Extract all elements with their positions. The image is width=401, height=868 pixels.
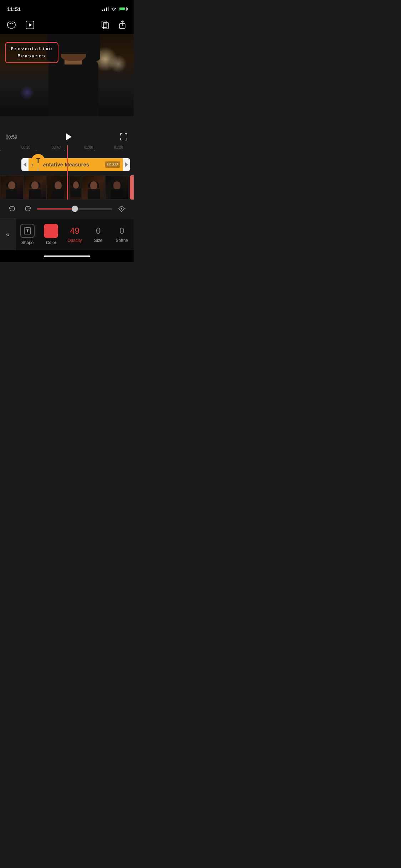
signal-icon [102,7,109,11]
film-frame-6 [105,175,128,200]
edit-controls [0,200,134,218]
bottom-panel: « T Shape Color 49 Opacity 0 [0,218,134,250]
timeline-playhead-clip [67,154,68,175]
home-bar [44,255,90,257]
svg-rect-3 [103,22,108,29]
text-pin[interactable]: T [31,154,45,171]
battery-icon [119,7,127,11]
softness-value: 0 [119,226,124,236]
film-frame-2 [23,175,46,200]
opacity-value: 49 [70,226,79,236]
svg-rect-2 [102,21,107,27]
text-marker-area: T Preventative Measures 01:02 [0,154,134,175]
size-value: 0 [96,226,101,236]
softness-property[interactable]: 0 Softne [110,218,134,250]
library-button[interactable] [99,19,111,31]
collapse-panel-button[interactable]: « [0,218,16,250]
svg-marker-1 [29,23,32,27]
redo-button[interactable] [21,202,34,215]
clip-trim-left[interactable] [21,158,29,171]
film-frame-3 [46,175,70,200]
opacity-label: Opacity [67,238,82,243]
clip-trim-right[interactable] [123,158,130,171]
shape-property[interactable]: T Shape [16,218,39,250]
text-overlay[interactable]: Preventative Measures [5,42,58,63]
home-indicator [0,250,134,262]
opacity-property[interactable]: 49 Opacity [63,218,86,250]
ruler-mark-80: 01:20 [114,145,123,149]
svg-marker-8 [125,162,128,167]
add-clip-button[interactable]: + [130,175,134,200]
share-button[interactable] [117,19,128,31]
pin-circle-icon: T [31,154,45,167]
status-time: 11:51 [7,6,21,12]
color-property[interactable]: Color [39,218,63,250]
shape-label: Shape [21,240,34,245]
ruler-mark-40: 00:40 [52,145,61,149]
film-frame-1 [0,175,23,200]
color-swatch [44,224,58,238]
current-time-display: 00:59 [6,134,17,140]
playhead [67,145,68,154]
scrubber[interactable] [37,208,112,210]
collapse-icon: « [6,231,9,238]
timeline-ruler: 00:20 00:40 01:00 01:20 • • • • [0,145,134,154]
film-frame-4 [70,175,82,200]
undo-button[interactable] [6,202,19,215]
play-button[interactable] [62,130,75,143]
ruler-mark-60: 01:00 [84,145,93,149]
filmstrip: + [0,175,134,200]
play-icon [66,133,72,140]
clip-end-time: 01:02 [105,161,120,168]
status-icons [102,7,127,11]
mask-tool-button[interactable] [6,19,17,31]
top-toolbar [0,16,134,34]
svg-text:T: T [26,228,29,233]
play-box-button[interactable] [24,19,36,31]
scrubber-thumb[interactable] [72,206,78,212]
keyframe-button[interactable] [115,202,128,215]
property-items: T Shape Color 49 Opacity 0 Size 0 Softne [16,218,134,250]
film-frame-5 [82,175,105,200]
status-bar: 11:51 [0,0,134,16]
pin-tail [38,167,38,171]
shape-icon-box: T [20,224,35,238]
video-preview: Preventative Measures [0,34,134,116]
size-property[interactable]: 0 Size [87,218,110,250]
svg-point-10 [121,208,122,210]
ruler-mark-20: 00:20 [21,145,30,149]
filmstrip-playhead [67,175,68,200]
color-label: Color [46,240,56,245]
overlay-text: Preventative Measures [11,46,53,60]
size-label: Size [94,238,102,243]
softness-label: Softne [116,238,128,243]
playback-controls: 00:59 [0,127,134,145]
wifi-icon [111,7,117,11]
spacer [0,116,134,127]
svg-marker-7 [24,162,26,167]
fullscreen-button[interactable] [119,133,128,141]
